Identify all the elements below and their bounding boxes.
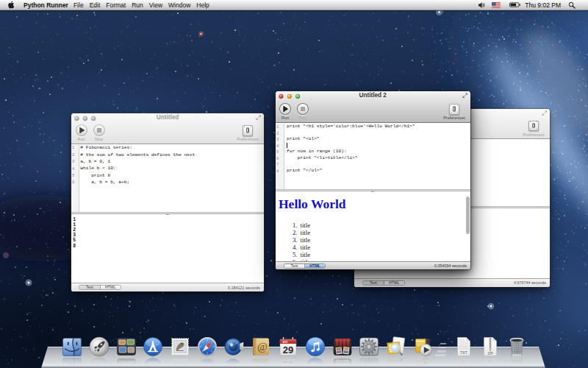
svg-text:TXT: TXT	[460, 350, 467, 355]
svg-text:@: @	[257, 361, 268, 365]
svg-text:ZIP: ZIP	[487, 359, 492, 363]
svg-text:AUG: AUG	[283, 341, 289, 344]
svg-text:TXT: TXT	[460, 359, 467, 364]
svg-text:@: @	[257, 341, 268, 353]
svg-text:Python: Python	[416, 340, 425, 343]
svg-text:29: 29	[283, 344, 293, 355]
svg-text:29: 29	[283, 359, 293, 366]
svg-text:ZIP: ZIP	[487, 352, 492, 355]
